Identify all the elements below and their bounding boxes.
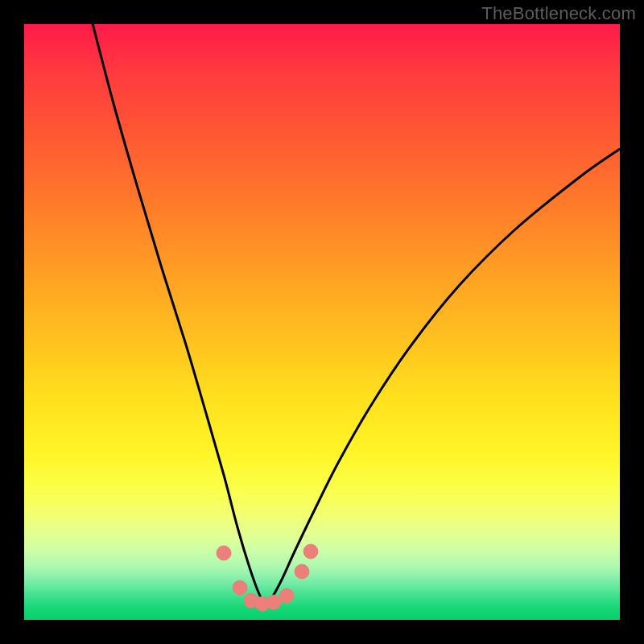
- bottleneck-curve: [89, 24, 620, 604]
- chart-frame: TheBottleneck.com: [0, 0, 644, 644]
- marker-group: [217, 544, 318, 611]
- highlight-marker: [279, 588, 294, 603]
- curve-layer: [24, 24, 620, 620]
- highlight-marker: [303, 544, 318, 559]
- highlight-marker: [233, 580, 247, 595]
- highlight-marker: [295, 564, 309, 579]
- plot-area: [24, 24, 620, 620]
- highlight-marker: [217, 546, 231, 560]
- highlight-marker: [266, 595, 281, 609]
- credit-label: TheBottleneck.com: [481, 3, 636, 24]
